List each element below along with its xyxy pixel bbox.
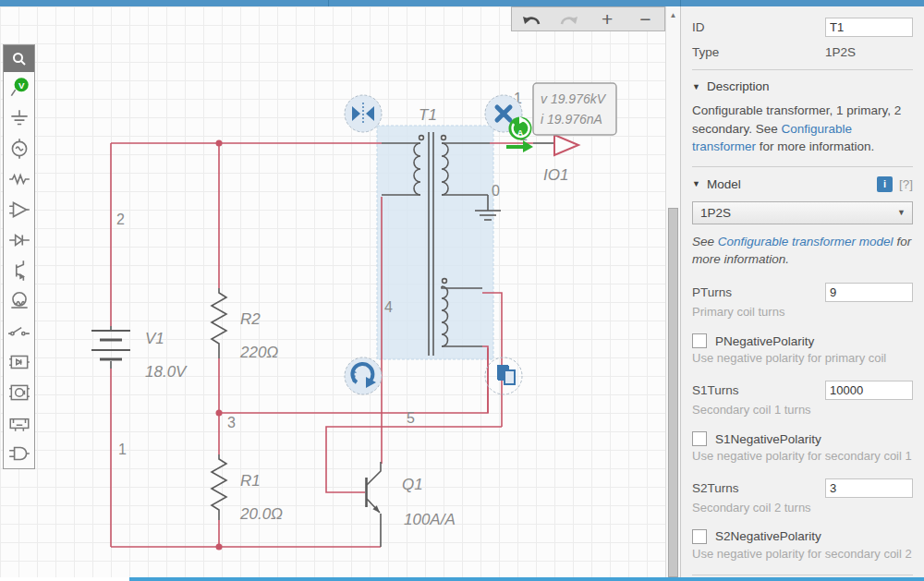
model-dropdown-value: 1P2S xyxy=(700,206,731,220)
svg-text:V: V xyxy=(18,79,24,90)
s1turns-helper: Secondary coil 1 turns xyxy=(692,403,913,418)
tooltip-current: i 19.976nA xyxy=(541,112,602,127)
copy-button[interactable] xyxy=(485,357,522,394)
divider xyxy=(692,166,913,167)
zoom-in-button[interactable]: + xyxy=(589,7,626,30)
toolbar-item-dc-motor[interactable] xyxy=(4,377,34,407)
type-value: 1P2S xyxy=(825,45,913,59)
node-label-1: 1 xyxy=(118,442,127,457)
value-r2: 220Ω xyxy=(239,344,278,361)
chevron-down-icon: ▼ xyxy=(692,82,707,91)
topbar-divider xyxy=(328,0,329,6)
description-section-header[interactable]: ▼ Description xyxy=(692,79,913,93)
id-input[interactable] xyxy=(825,18,913,37)
topbar-divider xyxy=(680,0,681,6)
help-button[interactable]: [?] xyxy=(899,177,913,191)
canvas-toolbar: + − xyxy=(511,6,665,31)
search-icon xyxy=(11,51,28,67)
toolbar-item-resistor[interactable] xyxy=(4,163,34,194)
divider xyxy=(692,69,913,70)
undo-icon xyxy=(520,10,542,29)
pnegativepolarity-checkbox[interactable] xyxy=(692,333,707,348)
s1negativepolarity-label: S1NegativePolarity xyxy=(715,432,821,446)
value-v1: 18.0V xyxy=(145,363,188,381)
toolbar-item-switch[interactable] xyxy=(4,316,34,346)
circuit-svg: 2 1 3 4 5 0 1 1 T1 V1 18.0V R2 220Ω R1 2… xyxy=(0,6,665,577)
toolbar-item-ground[interactable] xyxy=(4,103,34,133)
rotate-button[interactable] xyxy=(345,357,382,394)
transistor-q1[interactable] xyxy=(367,462,382,547)
search-button[interactable] xyxy=(4,45,34,72)
component-labels: T1 V1 18.0V R2 220Ω R1 20.0Ω Q1 100A/A I… xyxy=(145,106,568,528)
value-q1: 100A/A xyxy=(404,511,456,528)
resistor-r1[interactable] xyxy=(212,454,226,520)
node-label-3: 3 xyxy=(227,415,236,430)
toolbar-item-and-gate[interactable] xyxy=(4,438,34,468)
s2negativepolarity-helper: Use negative polarity for secondary coil… xyxy=(692,547,913,563)
label-v1: V1 xyxy=(145,330,164,347)
s2turns-input[interactable] xyxy=(825,478,913,498)
chevron-down-icon: ▼ xyxy=(897,208,906,217)
ac-source-icon xyxy=(7,137,31,161)
divider xyxy=(692,575,913,575)
node-label-2: 2 xyxy=(116,212,125,227)
undo-button[interactable] xyxy=(512,7,550,30)
toolbar-item-light-bulb[interactable] xyxy=(4,285,34,316)
label-t1: T1 xyxy=(419,106,437,124)
toolbar-item-npn-transistor[interactable] xyxy=(4,255,34,285)
toolbar-item-relay[interactable] xyxy=(4,407,34,438)
s1turns-label: S1Turns xyxy=(692,383,825,397)
svg-text:A: A xyxy=(517,128,524,138)
node-label-0: 0 xyxy=(492,183,500,199)
zoom-out-button[interactable]: − xyxy=(626,7,664,30)
io1-flag[interactable] xyxy=(554,135,578,155)
node-label-4: 4 xyxy=(384,299,393,315)
light-bulb-icon xyxy=(7,289,31,313)
ground-icon xyxy=(7,106,31,130)
relay-icon xyxy=(7,411,31,435)
model-dropdown[interactable]: 1P2S ▼ xyxy=(692,201,913,224)
pnegativepolarity-helper: Use negative polarity for primary coil xyxy=(692,351,913,367)
info-button[interactable]: i xyxy=(877,176,893,192)
pturns-input[interactable] xyxy=(825,283,913,302)
toolbar-item-diode[interactable] xyxy=(4,224,34,255)
s1turns-input[interactable] xyxy=(825,381,913,400)
redo-button[interactable] xyxy=(550,7,588,30)
pturns-label: PTurns xyxy=(692,285,825,299)
toolbar-item-voltmeter-probe[interactable]: V xyxy=(4,72,34,103)
scrollbar-thumb[interactable] xyxy=(668,208,678,577)
switch-icon xyxy=(7,320,31,344)
flip-horizontal-button[interactable] xyxy=(345,95,382,132)
scrollbar-up-button[interactable]: ▲ xyxy=(666,6,680,23)
panel-scrollbar[interactable]: ▲ xyxy=(665,6,680,577)
description-text-after: for more information. xyxy=(756,139,874,153)
s2negativepolarity-label: S2NegativePolarity xyxy=(715,529,821,543)
node-label-5: 5 xyxy=(407,410,415,426)
model-section-header[interactable]: ▼ Model i [?] xyxy=(692,176,913,192)
tooltip-voltage: v 19.976kV xyxy=(541,91,607,106)
s2turns-helper: Secondary coil 2 turns xyxy=(692,501,913,516)
toolbar-item-ic-diode[interactable] xyxy=(4,346,34,377)
voltmeter-probe-icon: V xyxy=(7,76,31,100)
resistor-r2[interactable] xyxy=(212,288,226,358)
op-amp-icon xyxy=(7,198,31,222)
model-title: Model xyxy=(707,177,741,191)
bottom-accent-bar xyxy=(129,577,924,581)
description-title: Description xyxy=(707,79,770,93)
toolbar-item-ac-source[interactable] xyxy=(4,133,34,163)
and-gate-icon xyxy=(7,442,31,466)
s1negativepolarity-checkbox[interactable] xyxy=(692,431,707,446)
pturns-helper: Primary coil turns xyxy=(692,305,913,321)
pnegativepolarity-label: PNegativePolarity xyxy=(715,334,814,348)
label-r2: R2 xyxy=(240,310,261,328)
schematic-canvas[interactable]: 2 1 3 4 5 0 1 1 T1 V1 18.0V R2 220Ω R1 2… xyxy=(0,6,665,577)
configurable-transformer-model-link[interactable]: Configurable transformer model xyxy=(718,235,894,248)
s2turns-label: S2Turns xyxy=(692,481,825,495)
battery-v1[interactable] xyxy=(91,326,130,369)
toolbar-item-op-amp[interactable] xyxy=(4,194,34,224)
selection-highlight xyxy=(377,126,493,359)
s2negativepolarity-checkbox[interactable] xyxy=(692,529,707,544)
properties-panel: ID Type 1P2S ▼ Description Configurable … xyxy=(680,6,924,577)
dc-motor-icon xyxy=(7,381,31,405)
type-label: Type xyxy=(692,45,825,59)
